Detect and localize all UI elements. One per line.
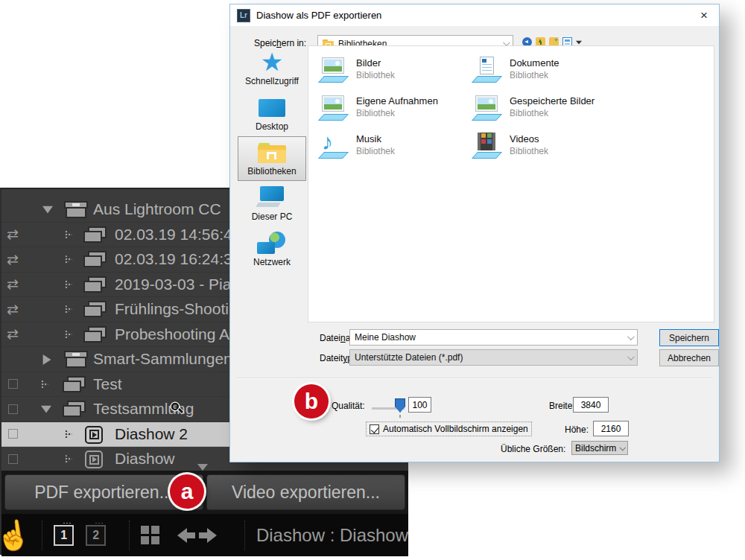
- desktop-icon: [259, 99, 285, 117]
- slideshow-icon: [85, 426, 103, 444]
- dotted-arrow-icon: [65, 454, 72, 464]
- place-schnellzugriff[interactable]: ★ Schnellzugriff: [238, 45, 306, 91]
- previous-arrow-icon[interactable]: [176, 528, 189, 543]
- libraries-folder-icon: [258, 143, 286, 163]
- quick-access-star-icon: ★: [261, 51, 283, 73]
- sync-icon: ⇄: [7, 273, 29, 297]
- dialog-titlebar: Lr Diashow als PDF exportieren ×: [230, 4, 719, 26]
- export-video-button[interactable]: Video exportieren...: [206, 474, 405, 510]
- library-item-bilder[interactable]: BilderBibliothek: [317, 57, 471, 95]
- main-window-button[interactable]: 1: [54, 525, 74, 546]
- library-item-musik[interactable]: ♪ MusikBibliothek: [317, 133, 471, 171]
- second-window-button[interactable]: 2: [86, 525, 106, 546]
- pictures-library-icon: [317, 95, 349, 121]
- collection-label[interactable]: Diashow: [115, 450, 175, 468]
- sync-icon: ⇄: [7, 297, 29, 322]
- dotted-arrow-icon: [41, 380, 48, 389]
- collection-icon: [63, 376, 86, 393]
- collection-icon: [63, 401, 86, 418]
- collection-checkbox[interactable]: [7, 372, 29, 397]
- view-menu-caret-icon[interactable]: [576, 40, 582, 45]
- slider-tick: [399, 415, 401, 418]
- screenshot-canvas: Aus Lightroom CC ⇄ 02.03.19 14:56:42 ⇄ 0…: [0, 0, 745, 560]
- sync-icon: ⇄: [7, 223, 29, 247]
- place-desktop[interactable]: Desktop: [238, 91, 306, 136]
- collection-checkbox[interactable]: [7, 397, 29, 421]
- place-netzwerk[interactable]: Netzwerk: [238, 226, 306, 272]
- lightroom-app-icon: Lr: [237, 9, 250, 22]
- expand-collapse-icon[interactable]: [42, 354, 51, 365]
- chevron-down-icon: [627, 353, 635, 360]
- music-library-icon: ♪: [317, 133, 349, 159]
- fullscreen-checkbox-row[interactable]: Automatisch Vollbildschirm anzeigen: [366, 421, 532, 436]
- collection-label[interactable]: Probeshooting A: [115, 325, 229, 343]
- next-arrow-icon[interactable]: [204, 528, 218, 543]
- annotation-b-badge: b: [294, 384, 329, 419]
- dotted-arrow-icon: [65, 280, 72, 290]
- height-input[interactable]: 2160: [593, 421, 629, 436]
- slideshow-status-text: Diashow : Diashow: [256, 525, 408, 546]
- collection-checkbox[interactable]: [7, 447, 29, 471]
- library-item-dokumente[interactable]: DokumenteBibliothek: [471, 57, 714, 95]
- section-divider: [236, 378, 713, 379]
- collection-icon: [83, 251, 107, 268]
- collection-checkbox[interactable]: [7, 422, 29, 447]
- toolbar-divider: [244, 521, 245, 550]
- common-sizes-dropdown[interactable]: Bildschirm: [571, 441, 628, 455]
- sync-icon: ⇄: [7, 247, 29, 272]
- collection-set-icon: [64, 201, 88, 218]
- dotted-arrow-icon: [65, 305, 72, 314]
- network-icon: [257, 232, 287, 254]
- magnifier-cursor-icon: [171, 403, 185, 416]
- collection-icon: [83, 226, 107, 244]
- grid-view-icon[interactable]: [141, 526, 159, 544]
- collection-icon: [83, 301, 107, 318]
- quality-value-input[interactable]: 100: [408, 397, 431, 413]
- quality-slider-thumb[interactable]: [395, 398, 405, 413]
- dotted-arrow-icon: [65, 230, 72, 240]
- dotted-arrow-icon: [65, 255, 72, 264]
- collection-label[interactable]: 02.03.19 16:24:37: [115, 250, 241, 268]
- collection-icon: [83, 326, 107, 343]
- library-item-videos[interactable]: VideosBibliothek: [471, 133, 714, 171]
- save-button[interactable]: Speichern: [659, 329, 719, 346]
- collection-label[interactable]: 2019-03-03 - Pia: [115, 276, 231, 293]
- slideshow-icon: [85, 451, 103, 468]
- chevron-down-icon: [619, 445, 625, 451]
- collection-label[interactable]: Frühlings-Shooting: [115, 300, 246, 318]
- toolbar-divider: [129, 521, 130, 550]
- places-sidebar: ★ Schnellzugriff Desktop Bibliotheken Di…: [238, 45, 306, 272]
- expand-collapse-icon[interactable]: [41, 404, 51, 413]
- collection-label[interactable]: Aus Lightroom CC: [93, 200, 221, 218]
- place-bibliotheken[interactable]: Bibliotheken: [238, 136, 306, 181]
- collection-label[interactable]: Diashow 2: [115, 425, 188, 443]
- library-item-gespeicherte-bilder[interactable]: Gespeicherte BilderBibliothek: [471, 95, 714, 133]
- annotation-a-badge: a: [170, 474, 204, 509]
- cancel-button[interactable]: Abbrechen: [659, 349, 719, 366]
- width-input[interactable]: 3840: [573, 397, 609, 413]
- sync-icon: ⇄: [7, 322, 29, 347]
- library-list: BilderBibliothek DokumenteBibliothek Eig…: [308, 45, 714, 322]
- collection-label[interactable]: 02.03.19 14:56:42: [115, 226, 241, 244]
- expand-collapse-icon[interactable]: [42, 205, 53, 214]
- close-icon[interactable]: ×: [696, 8, 712, 23]
- toolbar-divider: [42, 521, 42, 550]
- export-buttons-bar: PDF exportieren... Video exportieren...: [1, 471, 408, 514]
- collection-icon: [83, 276, 107, 293]
- width-label: Breite:: [549, 401, 575, 411]
- filetype-dropdown[interactable]: Unterstützte Dateien (*.pdf): [349, 349, 638, 366]
- filename-input[interactable]: Meine Diashow: [349, 329, 638, 346]
- dotted-arrow-icon: [65, 430, 72, 439]
- quality-label: Qualität:: [332, 401, 365, 411]
- this-pc-icon: [257, 186, 287, 209]
- export-pdf-dialog: Lr Diashow als PDF exportieren × Speiche…: [229, 4, 720, 462]
- chevron-down-icon: [627, 333, 635, 340]
- bottom-toolbar: ☝ 1 2 Diashow : Diashow: [1, 514, 408, 556]
- checkbox-checked-icon[interactable]: [370, 424, 379, 434]
- library-item-eigene-aufnahmen[interactable]: Eigene AufnahmenBibliothek: [317, 95, 471, 133]
- place-dieser-pc[interactable]: Dieser PC: [238, 181, 306, 226]
- collection-label[interactable]: Test: [93, 375, 122, 393]
- pictures-library-icon: [471, 95, 502, 121]
- collection-label[interactable]: Smart-Sammlungen: [93, 350, 232, 368]
- documents-library-icon: [471, 57, 502, 83]
